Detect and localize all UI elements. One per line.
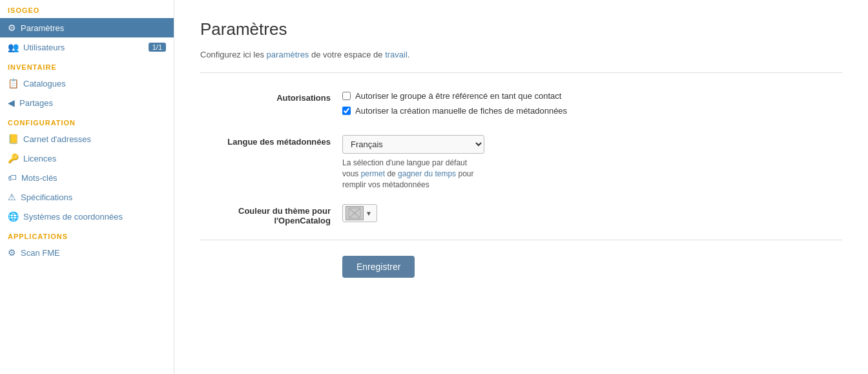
couleur-row: Couleur du thème pour l'OpenCatalog ▼ <box>200 204 652 225</box>
checkbox-row-2: Autoriser la création manuelle de fiches… <box>342 106 652 116</box>
sidebar-item-label: Scan FME <box>21 248 60 258</box>
section-inventaire: INVENTAIRE <box>0 57 174 74</box>
brand-label: ISOGEO <box>0 0 174 18</box>
sidebar-item-label: Systèmes de coordonnées <box>23 212 123 222</box>
share-icon: ◀ <box>8 98 15 108</box>
couleur-label: Couleur du thème pour l'OpenCatalog <box>200 204 342 225</box>
main-content: Paramètres Configurez ici les paramètres… <box>174 0 868 374</box>
color-swatch <box>346 206 364 220</box>
langue-select[interactable]: Français English Español Deutsch <box>342 135 484 154</box>
autorisations-row: Autorisations Autoriser le groupe à être… <box>200 91 652 121</box>
color-dropdown-arrow: ▼ <box>364 210 374 217</box>
sidebar-item-parametres[interactable]: ⚙ Paramètres <box>0 18 174 37</box>
sidebar-item-scan-fme[interactable]: ⚙ Scan FME <box>0 243 174 262</box>
color-picker[interactable]: ▼ <box>342 204 377 222</box>
sidebar-item-label: Utilisateurs <box>23 43 65 52</box>
licence-icon: 🔑 <box>8 153 19 163</box>
checkbox-contact-label: Autoriser le groupe à être référencé en … <box>355 91 561 101</box>
page-description: Configurez ici les paramètres de votre e… <box>200 50 842 59</box>
langue-hint: La sélection d'une langue par défaut vou… <box>342 158 484 190</box>
globe-icon: 🌐 <box>8 211 19 222</box>
spec-icon: ⚠ <box>8 192 16 202</box>
autorisations-label: Autorisations <box>200 91 342 103</box>
langue-row: Langue des métadonnées Français English … <box>200 135 652 190</box>
description-text-1: Configurez ici les <box>200 50 267 59</box>
scanfme-icon: ⚙ <box>8 247 16 258</box>
description-text-3: . <box>408 50 410 59</box>
langue-hint-link-gagner: gagner du temps <box>398 169 456 178</box>
divider-bottom <box>200 240 842 240</box>
sidebar-item-label: Licences <box>23 154 56 163</box>
langue-label: Langue des métadonnées <box>200 135 342 147</box>
description-link-travail[interactable]: travail <box>385 50 408 59</box>
sidebar-item-catalogues[interactable]: 📋 Catalogues <box>0 74 174 93</box>
sidebar-item-label: Carnet d'adresses <box>23 134 91 144</box>
checkbox-row-1: Autoriser le groupe à être référencé en … <box>342 91 652 101</box>
gear-icon: ⚙ <box>8 23 16 33</box>
carnet-icon: 📒 <box>8 134 19 144</box>
sidebar-item-mots-cles[interactable]: 🏷 Mots-clés <box>0 168 174 187</box>
sidebar-item-label: Spécifications <box>21 192 72 202</box>
section-applications: APPLICATIONS <box>0 226 174 243</box>
form-section: Autorisations Autoriser le groupe à être… <box>200 91 652 225</box>
section-configuration: CONFIGURATION <box>0 112 174 129</box>
sidebar-item-label: Partages <box>19 98 53 108</box>
catalogue-icon: 📋 <box>8 78 19 88</box>
sidebar-item-label: Paramètres <box>21 23 64 33</box>
couleur-control: ▼ <box>342 204 652 222</box>
utilisateurs-badge: 1/1 <box>149 43 166 52</box>
checkbox-contact[interactable] <box>342 92 351 100</box>
sidebar-item-carnet[interactable]: 📒 Carnet d'adresses <box>0 129 174 149</box>
users-icon: 👥 <box>8 42 19 52</box>
page-title: Paramètres <box>200 19 842 39</box>
sidebar-item-label: Catalogues <box>23 79 66 88</box>
description-link-parametres[interactable]: paramètres <box>267 50 309 59</box>
langue-hint-link-permet: permet <box>361 169 385 178</box>
langue-control: Français English Español Deutsch La séle… <box>342 135 652 190</box>
sidebar-item-utilisateurs[interactable]: 👥 Utilisateurs 1/1 <box>0 37 174 57</box>
save-button[interactable]: Enregistrer <box>342 256 415 278</box>
divider-top <box>200 72 842 73</box>
checkbox-metadonnees[interactable] <box>342 107 351 115</box>
sidebar-item-specifications[interactable]: ⚠ Spécifications <box>0 187 174 207</box>
sidebar-item-partages[interactable]: ◀ Partages <box>0 93 174 112</box>
sidebar-item-systemes[interactable]: 🌐 Systèmes de coordonnées <box>0 207 174 226</box>
color-swatch-icon <box>348 207 361 219</box>
sidebar-item-label: Mots-clés <box>21 173 57 183</box>
checkbox-metadonnees-label: Autoriser la création manuelle de fiches… <box>355 106 567 116</box>
description-text-2: de votre espace de <box>309 50 385 59</box>
sidebar-item-licences[interactable]: 🔑 Licences <box>0 149 174 168</box>
sidebar: ISOGEO ⚙ Paramètres 👥 Utilisateurs 1/1 I… <box>0 0 174 374</box>
tag-icon: 🏷 <box>8 172 17 183</box>
autorisations-control: Autoriser le groupe à être référencé en … <box>342 91 652 121</box>
